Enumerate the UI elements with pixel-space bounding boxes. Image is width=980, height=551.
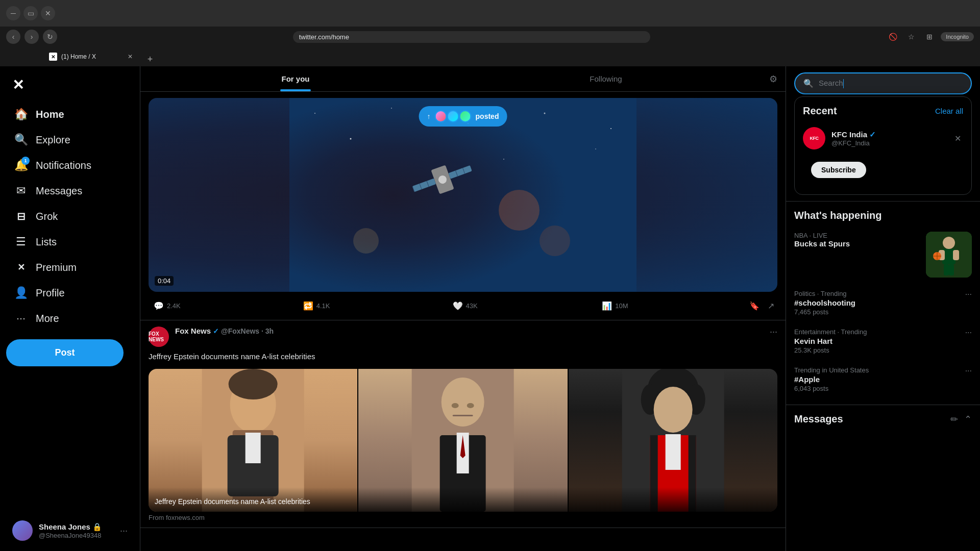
retweet-icon: 🔁 xyxy=(303,301,313,311)
avatar-1 xyxy=(435,110,447,122)
clear-all-button[interactable]: Clear all xyxy=(935,107,963,115)
sidebar-item-notifications[interactable]: 🔔 1 Notifications xyxy=(6,153,134,178)
comment-count: 2.4K xyxy=(167,302,181,310)
sidebar-item-messages[interactable]: ✉ Messages xyxy=(6,178,134,204)
posted-text: posted xyxy=(476,112,499,120)
right-sidebar: 🔍 Search Recent Clear all KFC KFC India xyxy=(786,66,980,551)
comment-icon: 💬 xyxy=(154,301,164,311)
messages-section[interactable]: Messages ✏ ⌃ xyxy=(786,405,980,433)
svg-rect-50 xyxy=(949,264,954,276)
tab-bar: ✕ (1) Home / X ✕ + xyxy=(0,47,980,66)
fox-news-avatar: FOX NEWS xyxy=(149,327,169,347)
post-images[interactable]: Jeffrey Epstein documents name A-list ce… xyxy=(149,369,777,512)
bucks-info: NBA · LIVE Bucks at Spurs xyxy=(794,232,920,248)
post-header: FOX NEWS Fox News ✓ @FoxNews · 3h ··· xyxy=(149,327,777,347)
views-action[interactable]: 📊 10M xyxy=(597,298,744,314)
tab-title: (1) Home / X xyxy=(61,53,121,60)
video-container[interactable]: ↑ posted 0:04 xyxy=(149,98,777,292)
trend-item-apple[interactable]: Trending in United States #Apple 6,043 p… xyxy=(786,360,980,398)
whats-happening-title: What's happening xyxy=(786,208,980,226)
views-icon: 📊 xyxy=(602,301,612,311)
maximize-button[interactable]: ▭ xyxy=(23,6,38,20)
grok-icon: ⊟ xyxy=(14,210,28,223)
feed-tabs: For you Following ⚙ xyxy=(140,66,786,92)
extensions-icon[interactable]: ⊞ xyxy=(922,30,937,44)
main-feed: For you Following ⚙ xyxy=(140,66,786,551)
address-text: twitter.com/home xyxy=(299,33,349,41)
sidebar-label-profile: Profile xyxy=(36,287,65,299)
search-box[interactable]: 🔍 Search xyxy=(794,72,972,94)
address-bar[interactable]: twitter.com/home xyxy=(293,31,650,43)
tab-favicon: ✕ xyxy=(49,53,57,61)
share-action[interactable]: ↗ xyxy=(765,298,777,314)
tab-following[interactable]: Following xyxy=(451,66,761,91)
tab-close-button[interactable]: ✕ xyxy=(126,52,135,61)
sidebar: ✕ 🏠 Home 🔍 Explore 🔔 1 Notifications ✉ M… xyxy=(0,66,140,551)
recent-header: Recent Clear all xyxy=(795,97,971,121)
remove-button[interactable]: ✕ xyxy=(952,132,963,145)
feed-settings-icon[interactable]: ⚙ xyxy=(761,67,786,91)
back-button[interactable]: ‹ xyxy=(6,30,20,44)
subscribe-button[interactable]: Subscribe xyxy=(811,162,866,178)
trend-item-schoolshooting[interactable]: Politics · Trending #schoolshooting 7,46… xyxy=(786,284,980,322)
posted-badge: ↑ posted xyxy=(419,106,507,127)
image-caption: Jeffrey Epstein documents name A-list ce… xyxy=(149,487,777,512)
post-button[interactable]: Post xyxy=(6,339,124,366)
post-more-button[interactable]: ··· xyxy=(770,327,777,337)
trend-category-1: Entertainment · Trending xyxy=(794,328,972,336)
svg-point-2 xyxy=(350,138,352,140)
comment-action[interactable]: 💬 2.4K xyxy=(149,298,296,314)
trend-category-2: Trending in United States xyxy=(794,366,972,374)
star-icon[interactable]: ☆ xyxy=(904,30,918,44)
browser-controls: ─ ▭ ✕ xyxy=(6,6,55,20)
premium-icon: ✕ xyxy=(14,261,28,274)
from-source: From foxnews.com xyxy=(149,514,777,521)
user-profile[interactable]: Sheena Jones 🔒 @SheenaJone49348 ··· xyxy=(6,514,134,547)
search-placeholder: Search xyxy=(819,79,844,88)
forward-button[interactable]: › xyxy=(24,30,39,44)
active-tab[interactable]: ✕ (1) Home / X ✕ xyxy=(41,47,143,66)
sidebar-item-home[interactable]: 🏠 Home xyxy=(6,102,134,127)
bookmark-action[interactable]: 🔖 xyxy=(746,298,763,314)
retweet-action[interactable]: 🔁 4.1K xyxy=(298,298,446,314)
video-post-actions: 💬 2.4K 🔁 4.1K 🤍 43K 📊 10M 🔖 xyxy=(149,292,777,314)
sidebar-item-more[interactable]: ⋯ More xyxy=(6,306,134,331)
trend-item-kevinhart[interactable]: Entertainment · Trending Kevin Hart 25.3… xyxy=(786,322,980,360)
recent-item-kfc[interactable]: KFC KFC India ✓ @KFC_India ✕ xyxy=(795,121,971,156)
svg-point-1 xyxy=(314,113,315,114)
trend-more-icon-1[interactable]: ··· xyxy=(965,328,972,337)
sidebar-item-grok[interactable]: ⊟ Grok xyxy=(6,204,134,229)
trend-more-icon-2[interactable]: ··· xyxy=(965,366,972,375)
bookmark-icon: 🔖 xyxy=(749,301,760,311)
like-count: 43K xyxy=(466,302,478,310)
minimize-button[interactable]: ─ xyxy=(6,6,20,20)
sidebar-item-profile[interactable]: 👤 Profile xyxy=(6,280,134,306)
recent-user-info: KFC India ✓ @KFC_India xyxy=(831,130,946,147)
sidebar-item-lists[interactable]: ☰ Lists xyxy=(6,229,134,255)
sidebar-label-home: Home xyxy=(36,109,64,120)
privacy-icon[interactable]: 🚫 xyxy=(886,30,900,44)
user-more-icon: ··· xyxy=(120,525,128,536)
collapse-messages-icon[interactable]: ⌃ xyxy=(964,414,972,425)
new-tab-button[interactable]: + xyxy=(143,52,157,66)
close-button[interactable]: ✕ xyxy=(41,6,55,20)
sidebar-label-premium: Premium xyxy=(36,262,77,273)
sidebar-item-premium[interactable]: ✕ Premium xyxy=(6,255,134,280)
bucks-trend-item[interactable]: NBA · LIVE Bucks at Spurs xyxy=(786,226,980,284)
sidebar-label-lists: Lists xyxy=(36,236,57,248)
sidebar-item-explore[interactable]: 🔍 Explore xyxy=(6,127,134,153)
svg-point-39 xyxy=(653,387,692,433)
compose-message-icon[interactable]: ✏ xyxy=(950,414,958,425)
like-action[interactable]: 🤍 43K xyxy=(448,298,595,314)
post-handle-time: @FoxNews · 3h xyxy=(221,327,274,335)
svg-rect-43 xyxy=(665,434,680,470)
share-icon: ↗ xyxy=(768,301,774,311)
trend-count-1: 25.3K posts xyxy=(794,346,972,354)
refresh-button[interactable]: ↻ xyxy=(43,30,57,44)
trend-more-icon-0[interactable]: ··· xyxy=(965,290,972,299)
home-icon: 🏠 xyxy=(14,108,28,121)
views-count: 10M xyxy=(615,302,628,310)
tab-for-you[interactable]: For you xyxy=(140,66,451,91)
sidebar-logo: ✕ xyxy=(6,70,134,99)
bucks-image xyxy=(926,232,972,278)
